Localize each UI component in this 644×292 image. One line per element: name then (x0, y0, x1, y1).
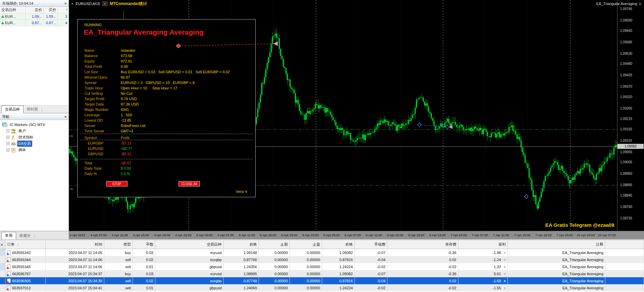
order-type-cell: buy (104, 270, 133, 277)
server-icon (2, 122, 7, 127)
ea-stat-value: notandor (121, 48, 135, 52)
sidebar-item-accounts[interactable]: +账户 (0, 128, 69, 134)
column-header[interactable]: 手续费 (355, 240, 387, 249)
tab-mtcommander[interactable]: MTCommander统计 (110, 1, 147, 7)
column-header[interactable]: 手数 (133, 240, 155, 249)
tab-symbols[interactable]: 交易品种 (1, 106, 24, 113)
divider: | (34, 234, 35, 239)
telegram-watermark: EA Gratis Telegram @ezaa08 (545, 222, 614, 228)
tab-common[interactable]: 常用 (1, 232, 16, 240)
time-axis-label: 7 Apr 19:00 (535, 233, 552, 237)
time-axis-label: 4 Apr 11:00 (112, 233, 128, 237)
column-header[interactable]: 交易品种 (155, 240, 224, 249)
close-icon[interactable]: × (65, 1, 67, 5)
sidebar-item-indicators[interactable]: +f技术指标 (0, 134, 69, 140)
column-header[interactable]: 获利 (458, 240, 508, 249)
order-dot (7, 253, 9, 255)
order-lots-cell: 0.01 (133, 263, 155, 270)
ea-symbol-row: EURUSD+$2.77 (84, 146, 252, 151)
navigator-title: 导航 (2, 114, 9, 119)
sidebar-item-scripts[interactable]: +脚本 (0, 147, 69, 153)
order-comment-cell: EA_Triangular Averaging (508, 249, 605, 256)
sidebar-item-experts[interactable]: +EA交易 (0, 140, 69, 147)
tree-root-account[interactable]: IC Markets (SC) MT4 (0, 121, 69, 128)
chart-symbol-tab[interactable]: EURUSD,M15 (76, 2, 100, 6)
time-axis[interactable]: 4 Apr 20234 Apr 07:004 Apr 11:004 Apr 15… (69, 231, 644, 239)
order-swap-cell: 0.02 (387, 256, 458, 263)
close-order-icon[interactable]: × (504, 272, 506, 276)
ea-stat-value: 9.74 USD (121, 97, 137, 101)
expand-icon[interactable]: + (6, 149, 9, 152)
column-header[interactable]: 止损 (259, 240, 290, 249)
quote-row[interactable]: EUR...0.87...0.87...4 (0, 20, 69, 26)
order-time-cell: 2023.04.07 11:14:06 (46, 256, 104, 263)
ea-stat-label: Trade Hour (84, 86, 121, 90)
column-header[interactable]: 止盈 (290, 240, 322, 249)
order-row[interactable]: 6635969052023.04.07 15:34:39sell0.02eurg… (0, 277, 644, 284)
ea-stat-value: EURUSD = 3 GBPUSD = 10 EURGBP = 8 (121, 81, 195, 85)
quote-row[interactable]: EUR...1.09...1.09...3 (0, 13, 69, 20)
time-axis-label: 7 Apr 15:00 (514, 233, 531, 237)
ea-smiley-icon[interactable]: ☺ (638, 2, 642, 6)
row-gutter (0, 284, 5, 291)
extra-cell: 4 (58, 20, 69, 26)
close-icon[interactable]: × (0, 240, 5, 249)
order-id: 663555342 (12, 251, 31, 255)
column-header[interactable]: 时间 (46, 240, 104, 249)
ea-symbol-name: EURGBP (84, 141, 121, 145)
time-axis-label: 7 Apr 03:00 (451, 233, 467, 237)
column-header[interactable]: 价格 (322, 240, 355, 249)
buy-order-icon (7, 250, 11, 255)
add-chart-tab-button[interactable]: + (102, 1, 108, 6)
order-sl-cell: 0.00000 (259, 263, 290, 270)
column-header[interactable]: 价格 (224, 240, 259, 249)
column-header[interactable]: 卖价 (26, 7, 44, 13)
close-order-icon[interactable]: × (504, 251, 506, 255)
navigator-tree: IC Markets (SC) MT4+账户+f技术指标+EA交易+脚本 (0, 120, 69, 224)
column-header[interactable]: 订单∕ (5, 240, 46, 249)
ea-stat-row: Total Profit0.00 (84, 64, 252, 69)
close-all-button[interactable]: CLOSE All (179, 181, 200, 186)
order-dot (7, 260, 9, 262)
expand-icon[interactable]: + (6, 142, 9, 145)
chevron-down-icon[interactable]: ▼ (71, 2, 74, 5)
close-order-icon[interactable]: × (504, 286, 506, 290)
ea-stat-row: Leverage1 : 500 (84, 112, 252, 118)
close-order-icon[interactable]: × (504, 265, 506, 269)
ea-version: Versi 4 (236, 190, 247, 194)
close-order-icon[interactable]: × (504, 279, 506, 283)
row-gutter (0, 263, 5, 270)
column-header[interactable]: ! (58, 7, 69, 13)
ea-stat-label: Server (84, 124, 121, 128)
expand-icon[interactable]: + (6, 129, 9, 132)
order-time-cell: 2023.04.07 15:34:37 (46, 270, 104, 277)
ea-stat-label: Minimal Dana (84, 75, 121, 79)
price-axis[interactable]: 1.097451.096901.096401.095851.095301.094… (617, 7, 644, 231)
tab-tick-chart[interactable]: 即时图 (24, 106, 41, 113)
time-axis-label: 6 Apr 19:00 (408, 233, 425, 237)
order-row[interactable]: 6635553422023.04.07 11:14:05buy0.03eurus… (0, 249, 644, 256)
column-header[interactable]: 注释 (508, 240, 605, 249)
order-row[interactable]: 6635553442023.04.07 11:14:06sell0.02eurg… (0, 256, 644, 263)
close-icon[interactable]: × (65, 115, 67, 119)
order-row[interactable]: 6635967872023.04.07 15:34:37buy0.03eurus… (0, 270, 644, 277)
close-order-icon[interactable]: × (504, 258, 506, 262)
order-row[interactable]: 6635970132023.04.07 15:34:41sell0.01gbpu… (0, 284, 644, 291)
order-swap-cell: 0.02 (387, 277, 458, 284)
ea-stat-label: Total Profit (84, 65, 121, 69)
sidebar: 市场报价: 10:04:14 × 交易品种卖价买价!EUR...1.09...1… (0, 0, 69, 239)
tab-favorites[interactable]: 收藏夹 (16, 232, 34, 239)
column-header[interactable]: 库存费 (387, 240, 458, 249)
ea-stat-value: -13.85 (121, 118, 131, 122)
tree-item-label: 脚本 (17, 147, 27, 153)
column-header[interactable]: 买价 (44, 7, 58, 13)
column-header[interactable]: 交易品种 (0, 7, 26, 13)
column-header[interactable]: 类型 (104, 240, 133, 249)
stop-button[interactable]: STOP (106, 181, 127, 186)
order-commission-cell: -0.04 (355, 277, 387, 284)
order-comment-cell: EA_Triangular Averaging (508, 263, 605, 270)
order-commission-cell: -0.07 (355, 249, 387, 256)
order-row[interactable]: 6635553452023.04.07 11:14:06sell0.01gbpu… (0, 263, 644, 270)
mt4-window: 市场报价: 10:04:14 × 交易品种卖价买价!EUR...1.09...1… (0, 0, 644, 292)
expand-icon[interactable]: + (6, 136, 9, 139)
